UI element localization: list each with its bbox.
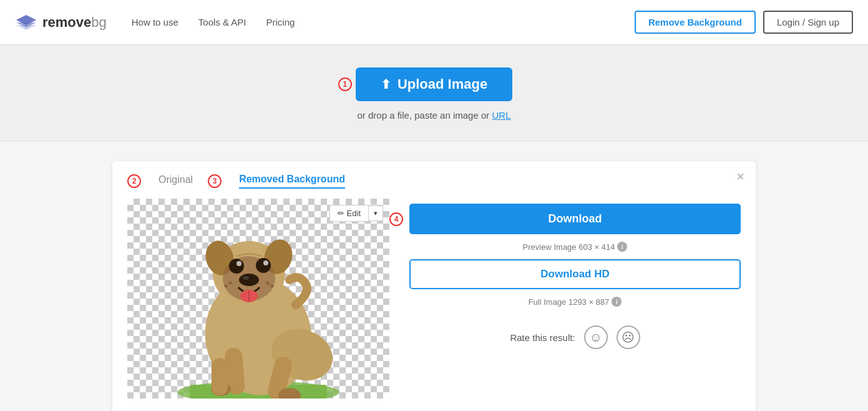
nav-how-to-use[interactable]: How to use — [132, 17, 178, 27]
download-hd-button[interactable]: Download HD — [409, 259, 741, 289]
full-info-icon[interactable]: i — [612, 297, 622, 307]
url-link[interactable]: URL — [492, 110, 510, 121]
result-sidebar: 4 Download Preview Image 603 × 414 i Dow… — [409, 199, 741, 349]
svg-point-21 — [239, 274, 259, 286]
step-badge-3: 3 — [208, 174, 222, 188]
rate-happy-button[interactable]: ☺ — [584, 325, 608, 349]
rate-label: Rate this result: — [510, 332, 575, 343]
step-badge-2: 2 — [127, 174, 141, 188]
edit-dropdown-button[interactable]: ▾ — [368, 206, 383, 221]
preview-info: Preview Image 603 × 414 i — [409, 242, 741, 252]
logo-icon — [15, 14, 37, 31]
svg-point-20 — [263, 260, 268, 265]
logo: removebg — [15, 14, 107, 31]
full-info: Full Image 1293 × 887 i — [409, 297, 741, 307]
upload-icon: ⬆ — [381, 77, 391, 92]
download-wrapper: 4 Download — [409, 204, 741, 234]
main-nav: How to use Tools & API Pricing — [132, 17, 635, 27]
image-canvas — [127, 199, 389, 399]
upload-hint: or drop a file, paste an image or URL — [358, 110, 511, 121]
svg-point-28 — [271, 285, 274, 288]
tabs: 2 Original 3 Removed Background — [127, 174, 741, 189]
edit-button[interactable]: ✏ Edit — [329, 205, 368, 222]
download-button[interactable]: Download — [409, 204, 741, 234]
svg-point-17 — [229, 259, 244, 274]
upload-section: 1 ⬆ Upload Image or drop a file, paste a… — [0, 45, 868, 141]
navbar-actions: Remove Background Login / Sign up — [635, 11, 853, 34]
svg-rect-11 — [212, 358, 228, 395]
navbar: removebg How to use Tools & API Pricing … — [0, 0, 868, 45]
result-section: × 2 Original 3 Removed Background ✏ Edit… — [0, 141, 868, 411]
rate-sad-button[interactable]: ☹ — [617, 325, 640, 349]
remove-background-button[interactable]: Remove Background — [635, 11, 756, 34]
result-content: ✏ Edit ▾ — [127, 199, 741, 399]
upload-image-button[interactable]: ⬆ Upload Image — [356, 67, 512, 101]
rate-section: Rate this result: ☺ ☹ — [409, 325, 741, 349]
nav-tools-api[interactable]: Tools & API — [198, 17, 246, 27]
svg-point-18 — [256, 258, 271, 273]
result-card: × 2 Original 3 Removed Background ✏ Edit… — [112, 161, 756, 411]
login-signup-button[interactable]: Login / Sign up — [763, 11, 853, 34]
svg-point-25 — [229, 282, 232, 285]
nav-pricing[interactable]: Pricing — [266, 17, 295, 27]
svg-point-22 — [243, 276, 249, 280]
tab-removed-background[interactable]: Removed Background — [239, 174, 345, 189]
tab-original[interactable]: Original — [158, 174, 193, 188]
preview-info-icon[interactable]: i — [617, 242, 627, 252]
svg-marker-2 — [16, 25, 36, 30]
edit-button-group: ✏ Edit ▾ — [329, 205, 383, 222]
step-badge-1: 1 — [338, 77, 352, 91]
svg-point-26 — [225, 285, 228, 288]
svg-point-27 — [266, 282, 270, 285]
logo-text: removebg — [42, 14, 107, 31]
image-preview-wrapper: ✏ Edit ▾ — [127, 199, 389, 399]
upload-button-label: Upload Image — [397, 76, 487, 92]
svg-point-19 — [237, 261, 241, 266]
step-badge-4: 4 — [389, 212, 403, 226]
upload-button-wrapper: 1 ⬆ Upload Image — [356, 67, 512, 101]
pug-image — [127, 199, 389, 399]
